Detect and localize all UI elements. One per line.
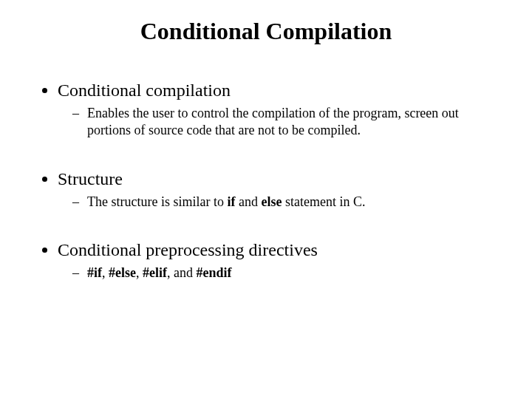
keyword-if: if (227, 194, 235, 209)
sub-text-prefix: The structure is similar to (87, 194, 227, 209)
sub-item: Enables the user to control the compilat… (77, 105, 495, 140)
sub-text: Enables the user to control the compilat… (87, 106, 459, 137)
sub-list: #if, #else, #elif, and #endif (58, 265, 495, 282)
sub-text-suffix: statement in C. (282, 194, 365, 209)
sub-item: The structure is similar to if and else … (77, 194, 495, 211)
sub-list: Enables the user to control the compilat… (58, 105, 495, 140)
bullet-item-conditional-compilation: Conditional compilation Enables the user… (58, 81, 495, 140)
bullet-item-directives: Conditional preprocessing directives #if… (58, 240, 495, 282)
sub-list: The structure is similar to if and else … (58, 194, 495, 211)
directive-endif: #endif (196, 265, 231, 280)
bullet-heading: Structure (58, 169, 123, 188)
separator: , and (167, 265, 197, 280)
directive-elif: #elif (143, 265, 167, 280)
bullet-heading: Conditional preprocessing directives (58, 240, 318, 259)
separator: , (136, 265, 143, 280)
slide: Conditional Compilation Conditional comp… (0, 0, 532, 399)
separator: , (102, 265, 109, 280)
slide-title: Conditional Compilation (37, 18, 495, 45)
bullet-list: Conditional compilation Enables the user… (37, 81, 495, 282)
keyword-else: else (261, 194, 282, 209)
directive-if: #if (87, 265, 102, 280)
sub-item: #if, #else, #elif, and #endif (77, 265, 495, 282)
directive-else: #else (109, 265, 136, 280)
bullet-item-structure: Structure The structure is similar to if… (58, 169, 495, 211)
sub-text-mid: and (235, 194, 261, 209)
bullet-heading: Conditional compilation (58, 81, 231, 100)
